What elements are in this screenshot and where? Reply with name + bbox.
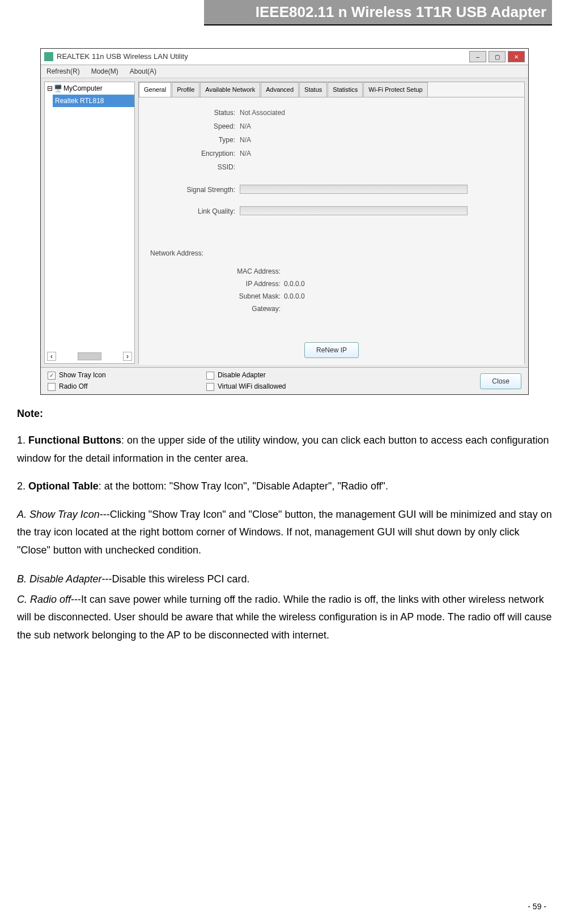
status-label: Status:: [150, 108, 240, 118]
encryption-label: Encryption:: [150, 148, 240, 159]
paragraph-2: 2. Optional Table: at the bottom: "Show …: [17, 478, 552, 496]
tree-root[interactable]: ⊟ 🖥️ MyComputer: [45, 82, 134, 95]
tab-statistics[interactable]: Statistics: [328, 82, 363, 97]
app-icon: [44, 52, 53, 61]
tab-general[interactable]: General: [139, 82, 171, 97]
disable-adapter-checkbox[interactable]: [206, 372, 214, 380]
pa-italic: A. Show Tray Icon: [17, 509, 100, 520]
tree-root-label: MyComputer: [63, 83, 103, 93]
encryption-value: N/A: [240, 148, 251, 159]
tree-adapter-selected[interactable]: Realtek RTL818: [53, 95, 134, 107]
p2-prefix: 2.: [17, 480, 28, 492]
p1-prefix: 1.: [17, 435, 28, 446]
pc-italic: C. Radio off: [17, 594, 71, 605]
type-value: N/A: [240, 135, 251, 145]
disable-adapter-label: Disable Adapter: [218, 371, 266, 379]
tabs-panel: General Profile Available Network Advanc…: [138, 82, 525, 364]
window-titlebar: REALTEK 11n USB Wireless LAN Utility – ▢…: [41, 49, 528, 65]
panel-close-button[interactable]: Close: [480, 373, 521, 389]
pb-rest: ---Disable this wireless PCI card.: [101, 573, 249, 585]
device-tree[interactable]: ⊟ 🖥️ MyComputer Realtek RTL818 ‹ ›: [44, 82, 135, 364]
signal-label: Signal Strength:: [150, 185, 240, 195]
p2-bold: Optional Table: [28, 480, 99, 492]
link-bar: [240, 206, 468, 215]
gw-label: Gateway:: [218, 304, 284, 314]
paragraph-a: A. Show Tray Icon---Clicking "Show Tray …: [17, 506, 552, 560]
p2-rest: : at the bottom: "Show Tray Icon", "Disa…: [99, 480, 388, 492]
tab-advanced[interactable]: Advanced: [261, 82, 299, 97]
menu-mode[interactable]: Mode(M): [91, 66, 118, 76]
p1-bold: Functional Buttons: [28, 435, 121, 446]
pc-rest: ---It can save power while turning off t…: [17, 594, 552, 641]
tree-computer-icon: 🖥️: [54, 83, 62, 93]
renew-ip-button[interactable]: ReNew IP: [304, 342, 359, 358]
status-value: Not Associated: [240, 108, 285, 118]
pb-italic: B. Disable Adapter: [17, 573, 101, 585]
close-window-button[interactable]: ✕: [508, 51, 525, 62]
type-label: Type:: [150, 135, 240, 145]
menu-about[interactable]: About(A): [130, 66, 156, 76]
tab-wifi-protect[interactable]: Wi-Fi Protect Setup: [363, 82, 427, 97]
doc-header: IEEE802.11 n Wireless 1T1R USB Adapter: [204, 0, 552, 25]
link-label: Link Quality:: [150, 206, 240, 216]
minimize-button[interactable]: –: [469, 51, 486, 62]
network-heading: Network Address:: [150, 248, 513, 258]
signal-bar: [240, 185, 468, 194]
radio-off-checkbox[interactable]: [48, 383, 56, 391]
show-tray-checkbox[interactable]: ✓: [48, 372, 56, 380]
menu-refresh[interactable]: Refresh(R): [46, 66, 80, 76]
radio-off-label: Radio Off: [59, 382, 87, 390]
virtual-wifi-checkbox[interactable]: [206, 383, 214, 391]
paragraph-c: C. Radio off---It can save power while t…: [17, 591, 552, 645]
mask-value: 0.0.0.0: [284, 292, 305, 300]
ssid-label: SSID:: [150, 162, 240, 172]
mask-label: Subnet Mask:: [218, 291, 284, 301]
tree-scrollbar[interactable]: ‹ ›: [47, 352, 132, 361]
tab-profile[interactable]: Profile: [172, 82, 199, 97]
ip-label: IP Address:: [218, 279, 284, 289]
paragraph-b: B. Disable Adapter---Disable this wirele…: [17, 570, 552, 589]
speed-value: N/A: [240, 121, 251, 131]
menu-bar: Refresh(R) Mode(M) About(A): [41, 65, 528, 78]
mac-label: MAC Address:: [218, 266, 284, 276]
window-title: REALTEK 11n USB Wireless LAN Utility: [57, 51, 469, 62]
tab-content-general: Status:Not Associated Speed:N/A Type:N/A…: [139, 97, 524, 365]
show-tray-label: Show Tray Icon: [59, 371, 106, 379]
note-heading: Note:: [17, 406, 552, 421]
tree-expand-icon[interactable]: ⊟: [47, 83, 53, 93]
screenshot-window: REALTEK 11n USB Wireless LAN Utility – ▢…: [40, 48, 529, 395]
tab-available-network[interactable]: Available Network: [200, 82, 260, 97]
maximize-button[interactable]: ▢: [489, 51, 506, 62]
bottom-options-bar: ✓Show Tray Icon Radio Off Disable Adapte…: [41, 367, 528, 394]
ip-value: 0.0.0.0: [284, 280, 305, 288]
page-number: - 59 -: [528, 901, 546, 913]
virtual-wifi-label: Virtual WiFi disallowed: [218, 382, 286, 390]
paragraph-1: 1. Functional Buttons: on the upper side…: [17, 432, 552, 467]
speed-label: Speed:: [150, 121, 240, 131]
tab-status[interactable]: Status: [299, 82, 327, 97]
